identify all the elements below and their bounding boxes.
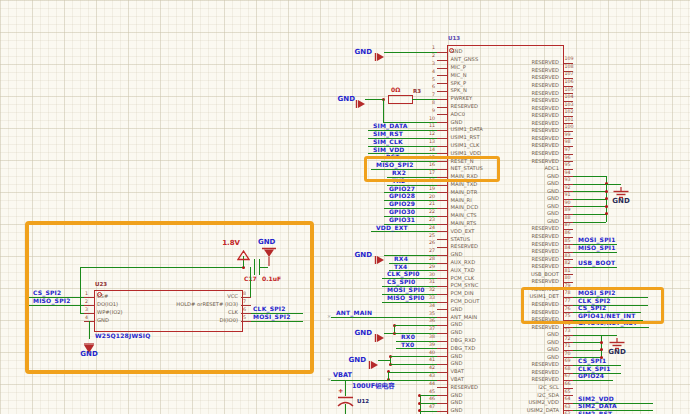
net-label-GPIO28[interactable]: GPIO28 [389,193,415,199]
r3-resistor-body[interactable] [388,95,413,104]
u12-designator[interactable]: U12 [357,399,369,405]
net-label-MOSI_SPI1[interactable]: MOSI_SPI1 [578,237,616,243]
wire [394,333,437,334]
net-label-GPIO31[interactable]: GPIO31 [389,217,415,223]
u13-left-pin-number: 3 [420,62,435,67]
u13-left-pin-number: 20 [420,195,435,200]
net-label-CS_SPI1[interactable]: CS_SPI1 [578,358,606,364]
u13-left-pin-number: 45 [420,390,435,395]
net-label-VDD_EXT[interactable]: VDD_EXT [376,225,408,231]
u13-right-pin-name: GND [480,332,559,337]
pin-stub [437,185,447,186]
net-label-CS_SPI0[interactable]: CS_SPI0 [387,279,415,285]
u13-left-pin-name: PWRKEY [451,96,473,101]
u13-left-pin-number: 6 [420,85,435,90]
gnd-earth-label: GND [607,349,627,356]
u13-right-pin-name: RESERVED [480,377,559,382]
u13-right-pin-name: RESERVED [480,234,559,239]
net-label-SIM_VDD[interactable]: SIM_VDD [373,147,405,153]
vbat-net-label[interactable]: VBAT [333,372,352,379]
junction-dot [605,205,608,208]
net-label-CLK_SPI0[interactable]: CLK_SPI0 [387,271,420,277]
u13-left-pin-number: 38 [420,335,435,340]
pin-stub [437,348,447,349]
u13-right-pin-number: 73 [565,329,571,334]
net-label-RX0[interactable]: RX0 [401,334,415,340]
gnd-power-port[interactable]: GND [335,96,355,103]
highlight-box-spi2-pins[interactable] [521,287,664,324]
net-label-CLK_SPI1[interactable]: CLK_SPI1 [578,366,611,372]
pin-stub [437,317,447,318]
u13-right-pin-number: 67 [565,374,571,379]
junction-dot [605,190,608,193]
u13-right-pin-name: RESERVED [480,242,559,247]
wire [384,255,437,256]
wire [420,403,438,404]
net-label-RX4[interactable]: RX4 [394,256,408,262]
u13-right-pin-name: USIM2_DATA [480,408,559,413]
net-label-TX4[interactable]: TX4 [394,264,408,270]
u13-right-pin-number: 101 [565,118,574,123]
net-label-GPIO24[interactable]: GPIO24 [578,373,604,379]
u13-right-pin-name: GND [480,204,559,209]
u13-right-pin-number: 87 [565,223,571,228]
u13-left-pin-number: 44 [420,382,435,387]
net-label-MISO_SPI0[interactable]: MISO_SPI0 [387,295,425,301]
u13-right-pin-number: 100 [565,125,574,130]
u13-left-pin-number: 46 [420,397,435,402]
u13-left-pin-number: 2 [420,54,435,59]
wire [390,356,437,357]
gnd-power-port[interactable]: GND [352,252,372,259]
u13-left-pin-number: 13 [420,140,435,145]
u13-left-pin-name: SPK_N [451,88,467,93]
u13-right-pin-number: 108 [565,65,574,70]
pin-stub [437,231,447,232]
u13-right-pin-number: 96 [565,156,571,161]
u13-right-pin-number: 86 [565,231,571,236]
u13-designator[interactable]: U13 [448,36,460,42]
u13-left-pin-number: 4 [420,70,435,75]
net-label-GPIO29[interactable]: GPIO29 [389,201,415,207]
u13-left-pin-name: PCM_SYNC [451,283,479,288]
net-label-SIM_DATA[interactable]: SIM_DATA [373,123,408,129]
wire [573,214,606,215]
u13-right-pin-name: RESERVED [480,257,559,262]
net-label-SIM2_VDD[interactable]: SIM2_VDD [578,396,614,402]
net-label-GPIO27[interactable]: GPIO27 [389,186,415,192]
net-label-TX0[interactable]: TX0 [401,342,415,348]
pin-stub [437,333,447,334]
net-label-SIM2_DATA[interactable]: SIM2_DATA [578,403,617,409]
u13-left-pin-number: 8 [420,101,435,106]
net-label-MISO_SPI1[interactable]: MISO_SPI1 [578,245,616,251]
highlight-box-miso-spi2[interactable] [364,156,500,182]
wire [345,404,346,414]
gnd-power-port[interactable]: GND [346,357,366,364]
u13-left-pin-number: 27 [420,249,435,254]
schematic-canvas[interactable]: U13 U23 W25Q128JWSIQ 0Ω R3 C17 0.1uF U12… [0,0,690,414]
net-label-SIM_CLK[interactable]: SIM_CLK [373,139,403,145]
net-label-GPIO30[interactable]: GPIO30 [389,209,415,215]
u13-right-pin-name: RESERVED [480,75,559,80]
pin-stub [437,107,447,108]
pin-stub [437,294,447,295]
net-label-ANT_MAIN[interactable]: ANT_MAIN [336,310,372,316]
wire [331,317,437,318]
u13-left-pin-name: GND [451,393,463,398]
u13-left-pin-name: VBAT [451,369,464,374]
u13-left-pin-name: ADC0 [451,112,465,117]
highlight-box-u23[interactable] [25,221,314,374]
net-label-USB_BOOT[interactable]: USB_BOOT [578,260,615,266]
u13-left-pin-number: 26 [420,241,435,246]
u13-right-pin-name: RESERVED [480,128,559,133]
wire [420,395,438,396]
u13-left-pin-name: RESERVED [451,104,479,109]
u13-right-pin-name: GND [480,219,559,224]
net-label-SIM_RST[interactable]: SIM_RST [373,131,403,137]
u13-right-pin-number: 104 [565,95,574,100]
u13-right-pin-name: RESERVED [480,370,559,375]
gnd-power-port[interactable]: GND [352,330,372,337]
net-label-MOSI_SPI0[interactable]: MOSI_SPI0 [387,287,425,293]
u13-right-pin-number: 103 [565,103,574,108]
u13-right-pin-number: 82 [565,261,571,266]
gnd-power-port[interactable]: GND [352,49,372,56]
